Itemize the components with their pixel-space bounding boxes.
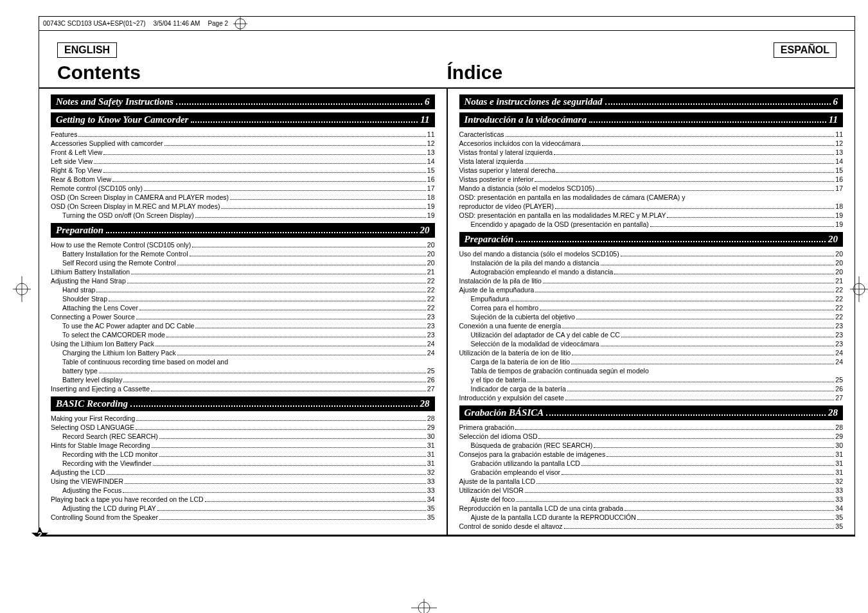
- header-date: 3/5/04 11:46 AM: [150, 20, 204, 27]
- toc-label: Playing back a tape you have recorded on…: [51, 495, 204, 504]
- toc-entry: Using the VIEWFINDER33: [51, 477, 435, 486]
- toc-label: Using the Lithium Ion Battery Pack: [51, 339, 154, 348]
- toc-page: 16: [835, 175, 843, 184]
- toc-label: Inserting and Ejecting a Cassette: [51, 384, 150, 393]
- toc-entry: Uso del mando a distancia (sólo el model…: [459, 249, 844, 258]
- toc-label: Controlling Sound from the Speaker: [51, 513, 158, 522]
- section-title: Getting to Know Your Camcorder: [56, 114, 188, 125]
- toc-entry: Sujeción de la cubierta del objetivo22: [459, 312, 844, 321]
- toc-page: 23: [427, 330, 435, 339]
- toc-entry: Accesorios incluidos con la videocámara1…: [459, 139, 844, 148]
- toc-page: 22: [835, 285, 843, 294]
- toc-page: 23: [835, 339, 843, 348]
- toc-page: 31: [835, 450, 843, 459]
- page-frame: 00743C SCD103 USA+ESP(01~27) 3/5/04 11:4…: [39, 16, 855, 537]
- toc-entry: Vistas superior y lateral derecha15: [459, 166, 844, 175]
- toc-entry: Vistas frontal y lateral izquierda13: [459, 148, 844, 157]
- toc-label: Adjusting the Focus: [62, 486, 121, 495]
- toc-label: Battery level display: [62, 375, 122, 384]
- toc-entry: Right & Top View15: [51, 166, 435, 175]
- toc-label: Grabación empleando el visor: [471, 468, 561, 477]
- toc-page: 27: [427, 384, 435, 393]
- toc-entry: Características11: [459, 130, 844, 139]
- toc-entry: Adjusting the Hand Strap22: [51, 276, 435, 285]
- toc-label: Front & Left View: [51, 148, 102, 157]
- toc-page: 20: [835, 249, 843, 258]
- toc-page: 21: [835, 276, 843, 285]
- toc-page: 22: [835, 303, 843, 312]
- toc-page: 23: [835, 330, 843, 339]
- toc-label: Reproducción en la pantalla LCD de una c…: [459, 504, 624, 513]
- toc-entry: To use the AC Power adapter and DC Cable…: [51, 321, 435, 330]
- toc-entry: Encendido y apagado de la OSD (presentac…: [459, 220, 844, 229]
- section-header: Notes and Safety Instructions 6: [51, 94, 435, 109]
- toc-label: Remote control (SCD105 only): [51, 184, 143, 193]
- toc-page: 20: [835, 258, 843, 267]
- toc-entry: OSD: presentación en pantalla en las mod…: [459, 193, 844, 202]
- toc-label: Features: [51, 130, 77, 139]
- toc-entry: Lithium Battery Installation21: [51, 267, 435, 276]
- toc-entry: Tabla de tiempos de grabación continuada…: [459, 366, 844, 375]
- lang-espanol: ESPAÑOL: [774, 42, 837, 58]
- language-row: ENGLISH ESPAÑOL: [39, 31, 855, 60]
- toc-page: 28: [427, 414, 435, 423]
- toc-page: 32: [427, 468, 435, 477]
- section-page: 20: [828, 234, 838, 245]
- toc-entry: Vistas posterior e inferior16: [459, 175, 844, 184]
- toc-page: 29: [835, 432, 843, 441]
- toc-entry: Recording with the Viewfinder31: [51, 459, 435, 468]
- toc-label: Consejos para la grabación estable de im…: [459, 450, 606, 459]
- toc-label: Sujeción de la cubierta del objetivo: [471, 312, 575, 321]
- section-page: 11: [420, 114, 429, 125]
- toc-entry: Accessories Supplied with camcorder12: [51, 139, 435, 148]
- toc-label: Instalación de la pila de litio: [459, 276, 542, 285]
- toc-page: 35: [835, 522, 843, 531]
- toc-entry: Introducción y expulsión del casete27: [459, 393, 844, 402]
- toc-entry: Turning the OSD on/off (On Screen Displa…: [51, 211, 435, 220]
- toc-entry: Shoulder Strap22: [51, 294, 435, 303]
- toc-page: 20: [427, 258, 435, 267]
- section-page: 6: [833, 96, 838, 107]
- toc-entry: Empuñadura22: [459, 294, 844, 303]
- toc-label: Adjusting the Hand Strap: [51, 276, 126, 285]
- toc-label: Ajuste de la pantalla LCD: [459, 477, 536, 486]
- toc-page: 22: [835, 294, 843, 303]
- toc-page: 27: [835, 393, 843, 402]
- toc-label: Utilización de la batería de ion de liti…: [459, 348, 571, 357]
- section-header: Preparación 20: [459, 232, 844, 247]
- toc-label: Búsqueda de grabación (REC SEARCH): [471, 441, 593, 450]
- toc-entry: Rear & Bottom View16: [51, 175, 435, 184]
- toc-label: Accessories Supplied with camcorder: [51, 139, 163, 148]
- toc-entry: Adjusting the Focus33: [51, 486, 435, 495]
- toc-entry: Adjusting the LCD32: [51, 468, 435, 477]
- toc-label: Right & Top View: [51, 166, 102, 175]
- toc-entry: Utilización del adaptador de CA y del ca…: [459, 330, 844, 339]
- section-title: Preparation: [56, 225, 103, 236]
- toc-page: 23: [427, 321, 435, 330]
- toc-entry: battery type25: [51, 366, 435, 375]
- toc-label: reproductor de vídeo (PLAYER): [459, 202, 554, 211]
- section-title: Preparación: [465, 234, 514, 245]
- toc-label: Uso del mando a distancia (sólo el model…: [459, 249, 619, 258]
- toc-page: 20: [427, 249, 435, 258]
- toc-entry: Recording with the LCD monitor31: [51, 450, 435, 459]
- toc-entry: Using the Lithium Ion Battery Pack24: [51, 339, 435, 348]
- toc-page: 33: [835, 486, 843, 495]
- toc-page: 21: [427, 267, 435, 276]
- toc-entry: Ajuste del foco33: [459, 495, 844, 504]
- toc-entry: Battery level display26: [51, 375, 435, 384]
- toc-entry: Hand strap22: [51, 285, 435, 294]
- toc-page: 14: [427, 157, 435, 166]
- prepress-header: 00743C SCD103 USA+ESP(01~27) 3/5/04 11:4…: [39, 17, 855, 31]
- toc-entry: How to use the Remote Control (SCD105 on…: [51, 240, 435, 249]
- toc-entry: Grabación empleando el visor31: [459, 468, 844, 477]
- toc-page: 35: [427, 513, 435, 522]
- header-filename: 00743C SCD103 USA+ESP(01~27): [39, 20, 150, 27]
- toc-right-column: Notas e instrucciones de seguridad 6Intr…: [448, 89, 855, 535]
- page-number: 2: [38, 531, 42, 537]
- section-header: Grabación BÁSICA 28: [459, 405, 844, 420]
- toc-entry: OSD (On Screen Display in M.REC and M.PL…: [51, 202, 435, 211]
- toc-entry: Making your First Recording28: [51, 414, 435, 423]
- toc-entry: Búsqueda de grabación (REC SEARCH)30: [459, 441, 844, 450]
- section-header: Preparation 20: [51, 223, 435, 238]
